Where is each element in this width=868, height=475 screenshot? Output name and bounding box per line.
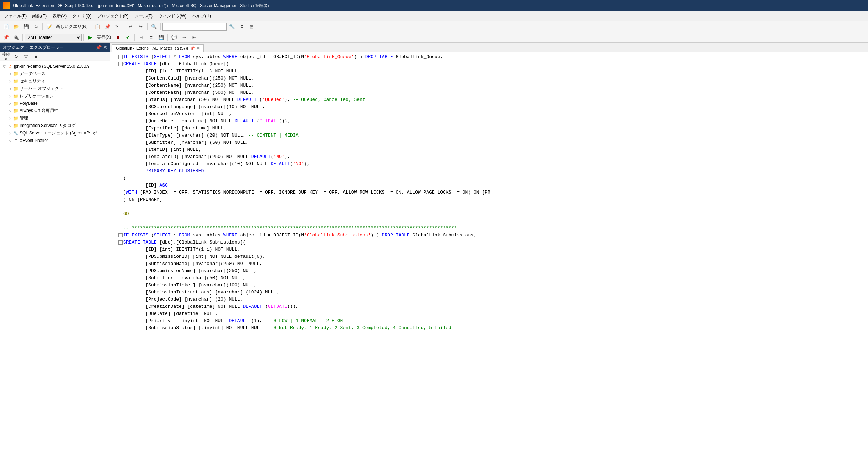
tb-undo[interactable]: ↩ bbox=[126, 22, 135, 31]
xevent-expander[interactable]: ▷ bbox=[7, 138, 13, 143]
tab-bar: GlobalLink_Extensi...M1_Master (sa (57))… bbox=[110, 43, 868, 52]
tb-save-all[interactable]: 🗂 bbox=[31, 22, 41, 31]
sep6 bbox=[22, 34, 23, 41]
execute-label[interactable]: 実行(X) bbox=[95, 34, 113, 40]
menu-window[interactable]: ウィンドウ(W) bbox=[155, 12, 189, 20]
sep4 bbox=[147, 23, 148, 30]
code-line-go: GO bbox=[110, 210, 868, 218]
server-obj-expander[interactable]: ▷ bbox=[7, 86, 13, 92]
server-icon: 🖥 bbox=[7, 63, 13, 69]
sb-refresh-btn[interactable]: ↻ bbox=[11, 52, 21, 61]
sb-filter-btn[interactable]: ▽ bbox=[21, 52, 31, 61]
security-icon: 📁 bbox=[13, 78, 19, 84]
menu-view[interactable]: 表示(V) bbox=[50, 12, 69, 20]
tb-pin[interactable]: 📌 bbox=[1, 33, 11, 42]
polybase-label: PolyBase bbox=[20, 101, 38, 106]
menu-tools[interactable]: ツール(T) bbox=[131, 12, 155, 20]
polybase-expander[interactable]: ▷ bbox=[7, 101, 13, 106]
sep7 bbox=[83, 34, 84, 41]
tab-close-btn[interactable]: ✕ bbox=[197, 46, 200, 51]
tab-pin-icon[interactable]: 📌 bbox=[190, 46, 195, 50]
code-editor[interactable]: - IF EXISTS (SELECT * FROM sys.tables WH… bbox=[110, 52, 868, 475]
sep2 bbox=[91, 23, 91, 30]
tree-alwayson[interactable]: ▷ 📁 Always On 高可用性 bbox=[0, 107, 110, 114]
menu-file[interactable]: ファイル(F) bbox=[1, 12, 30, 20]
menu-query[interactable]: クエリ(Q) bbox=[69, 12, 94, 20]
replication-expander[interactable]: ▷ bbox=[7, 93, 13, 99]
tb-new-query[interactable]: 📝 bbox=[45, 22, 54, 31]
tb-wrench[interactable]: ⚙ bbox=[237, 22, 247, 31]
sb-connect-btn[interactable]: 接続▾ bbox=[1, 52, 11, 61]
tb-new-query-label: 新しいクエリ(N) bbox=[55, 24, 89, 30]
sb-stop-btn[interactable]: ■ bbox=[31, 52, 41, 61]
tree-replication[interactable]: ▷ 📁 レプリケーション bbox=[0, 92, 110, 100]
tb-check[interactable]: ✔ bbox=[123, 33, 133, 42]
tb-outdent[interactable]: ⇤ bbox=[190, 33, 199, 42]
code-line-13: [Submitter] [nvarchar] (50) NOT NULL, bbox=[110, 139, 868, 146]
tree-security[interactable]: ▷ 📁 セキュリティ bbox=[0, 77, 110, 85]
tb-run[interactable]: ▶ bbox=[86, 33, 95, 42]
sep3 bbox=[124, 23, 124, 30]
tb-copy[interactable]: 📋 bbox=[93, 22, 102, 31]
toolbar-1: 📄 📂 💾 🗂 📝 新しいクエリ(N) 📋 📌 ✂ ↩ ↪ 🔍 🔧 ⚙ ⊞ bbox=[0, 21, 868, 32]
tree-agent[interactable]: ▷ 🔧 SQL Server エージェント (Agent XPs が bbox=[0, 129, 110, 137]
collapse-if2[interactable]: - bbox=[118, 233, 123, 238]
app-icon bbox=[3, 2, 10, 9]
tb-results-file[interactable]: 💾 bbox=[156, 33, 166, 42]
tb-search-go[interactable]: 🔧 bbox=[227, 22, 237, 31]
tb-new[interactable]: 📄 bbox=[1, 22, 11, 31]
tb-save[interactable]: 💾 bbox=[21, 22, 31, 31]
tb-redo[interactable]: ↪ bbox=[136, 22, 145, 31]
alwayson-label: Always On 高可用性 bbox=[20, 108, 58, 114]
tb-cut[interactable]: ✂ bbox=[113, 22, 122, 31]
collapse-create2[interactable]: - bbox=[118, 240, 123, 245]
tb-grid[interactable]: ⊞ bbox=[247, 22, 257, 31]
tb-indent[interactable]: ⇥ bbox=[180, 33, 189, 42]
code-line-4: [ContentGuid] [nvarchar](250) NOT NULL, bbox=[110, 75, 868, 82]
code-line-on-primary: ) ON [PRIMARY] bbox=[110, 196, 868, 203]
ssis-expander[interactable]: ▷ bbox=[7, 123, 13, 129]
management-expander[interactable]: ▷ bbox=[7, 116, 13, 121]
sep9 bbox=[167, 34, 168, 41]
databases-expander[interactable]: ▷ bbox=[7, 71, 13, 77]
search-input[interactable] bbox=[162, 23, 227, 31]
code-sub-9: [CreationDate] [datetime] NOT NULL DEFAU… bbox=[110, 303, 868, 310]
code-line-5: [ContentName] [nvarchar](250) NOT NULL, bbox=[110, 82, 868, 89]
menu-edit[interactable]: 編集(E) bbox=[30, 12, 50, 20]
sidebar-header: オブジェクト エクスプローラー 📌 ✕ bbox=[0, 43, 110, 52]
tb-comment[interactable]: 💬 bbox=[170, 33, 179, 42]
collapse-2[interactable]: - bbox=[118, 62, 123, 66]
menu-project[interactable]: プロジェクト(P) bbox=[94, 12, 131, 20]
collapse-1[interactable]: - bbox=[118, 55, 123, 59]
security-expander[interactable]: ▷ bbox=[7, 78, 13, 84]
sep1 bbox=[42, 23, 43, 30]
tb-open[interactable]: 📂 bbox=[11, 22, 21, 31]
tree-server[interactable]: ▽ 🖥 jpn-shin-demo (SQL Server 15.0.2080.… bbox=[0, 63, 110, 70]
tree-server-objects[interactable]: ▷ 📁 サーバー オブジェクト bbox=[0, 85, 110, 92]
code-line-9: [SourceItemVersion] [int] NULL, bbox=[110, 111, 868, 118]
tb-search[interactable]: 🔍 bbox=[149, 22, 159, 31]
server-expander[interactable]: ▽ bbox=[1, 63, 7, 69]
code-line-3: [ID] [int] IDENTITY(1,1) NOT NULL, bbox=[110, 68, 868, 75]
tb-paste[interactable]: 📌 bbox=[103, 22, 112, 31]
server-obj-icon: 📁 bbox=[13, 86, 19, 92]
tree-xevent[interactable]: ▷ ⊞ XEvent Profiler bbox=[0, 137, 110, 144]
tree-polybase[interactable]: ▷ 📁 PolyBase bbox=[0, 100, 110, 107]
alwayson-expander[interactable]: ▷ bbox=[7, 108, 13, 114]
tb-connect[interactable]: 🔌 bbox=[11, 33, 21, 42]
menu-help[interactable]: ヘルプ(H) bbox=[189, 12, 214, 20]
sidebar-close-icon[interactable]: ✕ bbox=[103, 45, 107, 50]
security-label: セキュリティ bbox=[20, 78, 45, 84]
tb-results-grid[interactable]: ⊞ bbox=[136, 33, 146, 42]
main-layout: オブジェクト エクスプローラー 📌 ✕ 接続▾ ↻ ▽ ■ ▽ 🖥 jpn-sh… bbox=[0, 43, 868, 475]
agent-expander[interactable]: ▷ bbox=[7, 131, 13, 136]
sidebar-pin-icon[interactable]: 📌 bbox=[95, 45, 102, 50]
tree-ssis[interactable]: ▷ 📁 Integration Services カタログ bbox=[0, 122, 110, 129]
tree-databases[interactable]: ▷ 📁 データベース bbox=[0, 70, 110, 77]
active-tab[interactable]: GlobalLink_Extensi...M1_Master (sa (57))… bbox=[112, 44, 204, 52]
tb-results-text[interactable]: ≡ bbox=[146, 33, 156, 42]
tb-stop[interactable]: ■ bbox=[113, 33, 123, 42]
tree-management[interactable]: ▷ 📁 管理 bbox=[0, 114, 110, 122]
code-line-with: )WITH (PAD_INDEX = OFF, STATISTICS_NOREC… bbox=[110, 189, 868, 196]
db-selector[interactable]: XM1_Master bbox=[25, 34, 82, 41]
